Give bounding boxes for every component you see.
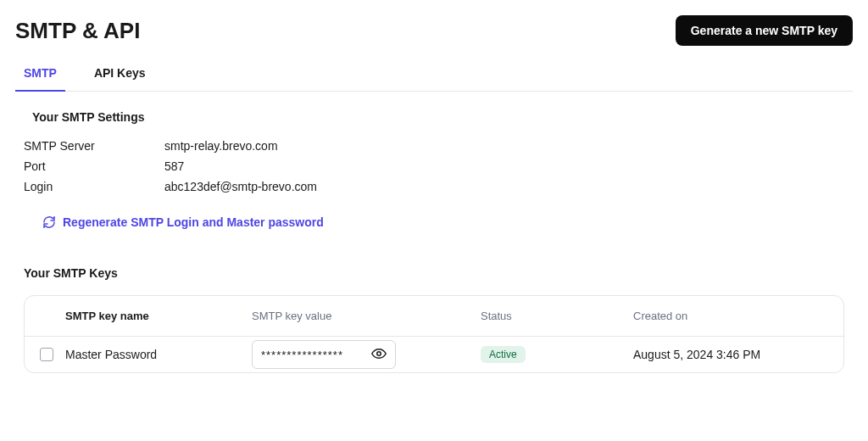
tabs: SMTP API Keys	[15, 66, 853, 92]
eye-icon	[371, 346, 387, 364]
regenerate-login-label: Regenerate SMTP Login and Master passwor…	[63, 215, 324, 229]
regenerate-login-link[interactable]: Regenerate SMTP Login and Master passwor…	[42, 215, 324, 229]
tab-smtp[interactable]: SMTP	[15, 66, 65, 92]
table-row: Master Password ****************	[25, 337, 843, 372]
col-name: SMTP key name	[65, 310, 252, 322]
smtp-keys-section: Your SMTP Keys SMTP key name SMTP key va…	[15, 266, 853, 373]
smtp-server-label: SMTP Server	[24, 139, 164, 153]
smtp-login-row: Login abc123def@smtp-brevo.com	[24, 180, 853, 193]
smtp-keys-table: SMTP key name SMTP key value Status Crea…	[24, 295, 844, 373]
page-title: SMTP & API	[15, 18, 140, 44]
smtp-server-value: smtp-relay.brevo.com	[164, 139, 278, 153]
row-checkbox[interactable]	[40, 348, 53, 361]
reveal-key-button[interactable]	[370, 344, 388, 366]
smtp-port-label: Port	[24, 159, 164, 173]
smtp-login-value: abc123def@smtp-brevo.com	[164, 180, 317, 193]
smtp-port-row: Port 587	[24, 159, 853, 173]
table-header: SMTP key name SMTP key value Status Crea…	[25, 296, 843, 337]
tab-api-keys[interactable]: API Keys	[86, 66, 154, 91]
generate-smtp-key-button[interactable]: Generate a new SMTP key	[676, 15, 853, 46]
refresh-icon	[42, 215, 56, 229]
status-badge: Active	[481, 346, 526, 363]
col-created: Created on	[633, 310, 843, 322]
key-value-field: ****************	[252, 340, 396, 369]
smtp-login-label: Login	[24, 180, 164, 193]
col-value: SMTP key value	[252, 310, 481, 322]
smtp-port-value: 587	[164, 159, 184, 173]
smtp-keys-heading: Your SMTP Keys	[24, 266, 853, 280]
key-name: Master Password	[65, 348, 252, 361]
key-created: August 5, 2024 3:46 PM	[633, 348, 843, 361]
smtp-settings-section: Your SMTP Settings SMTP Server smtp-rela…	[24, 110, 853, 232]
svg-point-0	[377, 351, 381, 355]
key-value-masked: ****************	[261, 349, 343, 361]
smtp-settings-heading: Your SMTP Settings	[32, 110, 853, 124]
smtp-server-row: SMTP Server smtp-relay.brevo.com	[24, 139, 853, 153]
col-status: Status	[481, 310, 633, 322]
